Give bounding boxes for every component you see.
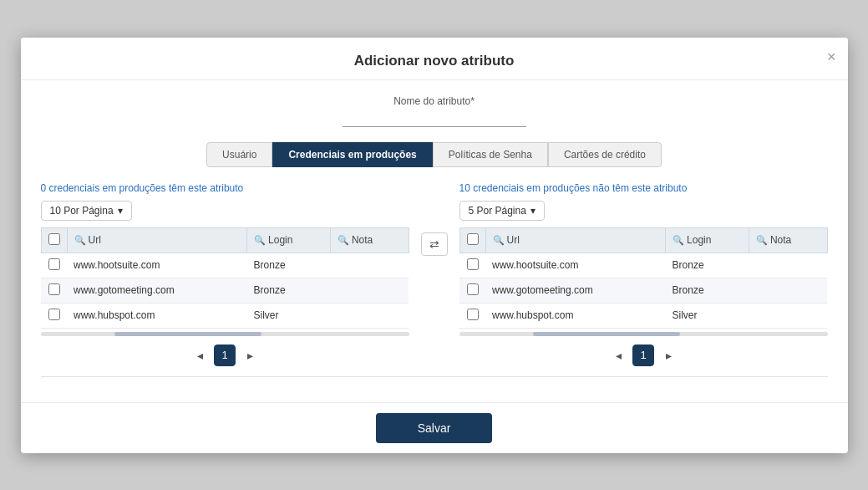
right-row-url-0: www.hootsuite.com — [485, 253, 666, 278]
left-row-nota-1 — [330, 278, 409, 303]
right-row-login-2: Silver — [666, 303, 749, 328]
left-row-login-1: Bronze — [247, 278, 331, 303]
tab-credenciais[interactable]: Credenciais em produções — [272, 142, 432, 167]
right-row-login-1: Bronze — [666, 278, 749, 303]
right-header-url: 🔍 Url — [485, 227, 666, 253]
attribute-name-input[interactable] — [343, 110, 526, 127]
left-header-nota: 🔍 Nota — [330, 227, 409, 253]
right-url-search-icon[interactable]: 🔍 — [493, 235, 505, 246]
right-per-page-label: 5 Por Página — [469, 205, 526, 217]
transfer-button[interactable]: ⇄ — [421, 232, 448, 256]
left-row-nota-2 — [330, 303, 409, 328]
left-row-checkbox-0[interactable] — [48, 258, 60, 270]
chevron-down-icon: ▾ — [118, 205, 123, 217]
transfer-area: ⇄ — [421, 182, 448, 256]
field-label: Nome do atributo* — [41, 95, 828, 107]
left-row-checkbox-1[interactable] — [48, 283, 60, 295]
right-row-checkbox-1[interactable] — [467, 283, 479, 295]
right-table: 🔍 Url 🔍 Login — [459, 227, 828, 329]
modal-body: Nome do atributo* Usuário Credenciais em… — [21, 80, 848, 402]
left-row-checkbox-2[interactable] — [48, 309, 60, 320]
left-panel: 0 credenciais em produções têm este atri… — [41, 182, 409, 366]
modal-title: Adicionar novo atributo — [354, 53, 515, 69]
right-row-checkbox-2[interactable] — [467, 309, 479, 320]
save-button[interactable]: Salvar — [376, 413, 493, 443]
right-header-check — [459, 227, 485, 253]
left-pagination: ◂ 1 ▸ — [41, 345, 409, 366]
left-header-login: 🔍 Login — [247, 227, 331, 253]
left-row-login-2: Silver — [247, 303, 331, 328]
right-panel-info: 10 credenciais em produções não têm este… — [459, 182, 828, 194]
left-row-check-1 — [41, 278, 67, 303]
right-row-checkbox-0[interactable] — [467, 258, 479, 270]
right-row-check-0 — [459, 253, 485, 278]
left-row-url-2: www.hubspot.com — [67, 303, 247, 328]
right-row-check-2 — [459, 303, 485, 328]
table-row: www.gotomeeting.com Bronze — [459, 278, 827, 303]
right-page-1-button[interactable]: 1 — [632, 345, 654, 366]
right-row-url-2: www.hubspot.com — [485, 303, 666, 328]
right-chevron-down-icon: ▾ — [530, 205, 536, 217]
left-row-check-2 — [41, 303, 67, 328]
table-row: www.hubspot.com Silver — [459, 303, 827, 328]
left-row-login-0: Bronze — [247, 253, 331, 278]
right-row-check-1 — [459, 278, 485, 303]
right-header-nota: 🔍 Nota — [749, 227, 827, 253]
left-next-button[interactable]: ▸ — [241, 346, 259, 365]
modal: Adicionar novo atributo × Nome do atribu… — [21, 38, 848, 453]
right-row-login-0: Bronze — [666, 253, 749, 278]
left-header-check — [41, 227, 67, 253]
close-button[interactable]: × — [827, 49, 836, 64]
right-nota-search-icon[interactable]: 🔍 — [756, 235, 768, 246]
field-row: Nome do atributo* — [41, 95, 828, 127]
right-per-page-button[interactable]: 5 Por Página ▾ — [459, 201, 545, 221]
left-row-url-1: www.gotomeeting.com — [67, 278, 247, 303]
table-row: www.hootsuite.com Bronze — [41, 253, 409, 278]
right-prev-button[interactable]: ◂ — [609, 346, 627, 365]
login-search-icon[interactable]: 🔍 — [254, 235, 266, 246]
modal-overlay: Adicionar novo atributo × Nome do atribu… — [0, 0, 868, 490]
nota-search-icon[interactable]: 🔍 — [338, 235, 349, 246]
left-page-1-button[interactable]: 1 — [214, 345, 236, 366]
left-prev-button[interactable]: ◂ — [190, 346, 209, 365]
tabs-row: Usuário Credenciais em produções Polític… — [41, 142, 828, 167]
left-per-page-label: 10 Por Página — [50, 205, 114, 217]
table-row: www.hubspot.com Silver — [41, 303, 409, 328]
right-row-url-1: www.gotomeeting.com — [485, 278, 666, 303]
modal-footer: Salvar — [21, 402, 848, 453]
left-row-url-0: www.hootsuite.com — [67, 253, 247, 278]
right-row-nota-1 — [749, 278, 827, 303]
tab-usuario[interactable]: Usuário — [206, 142, 272, 167]
left-panel-info: 0 credenciais em produções têm este atri… — [41, 182, 409, 194]
right-row-nota-0 — [749, 253, 827, 278]
table-row: www.gotomeeting.com Bronze — [41, 278, 409, 303]
transfer-icon: ⇄ — [429, 237, 439, 251]
left-table: 🔍 Url 🔍 Login — [41, 227, 409, 329]
left-row-nota-0 — [330, 253, 409, 278]
url-search-icon[interactable]: 🔍 — [74, 235, 86, 246]
tab-politicas[interactable]: Políticas de Senha — [433, 142, 548, 167]
modal-header: Adicionar novo atributo × — [21, 38, 848, 80]
right-login-search-icon[interactable]: 🔍 — [673, 235, 684, 246]
left-row-check-0 — [41, 253, 67, 278]
right-row-nota-2 — [749, 303, 827, 328]
right-next-button[interactable]: ▸ — [659, 346, 678, 365]
left-select-all-checkbox[interactable] — [48, 233, 60, 245]
tables-section: 0 credenciais em produções têm este atri… — [41, 182, 828, 366]
left-header-url: 🔍 Url — [67, 227, 247, 253]
left-per-page-button[interactable]: 10 Por Página ▾ — [41, 201, 132, 221]
right-pagination: ◂ 1 ▸ — [459, 345, 828, 366]
right-header-login: 🔍 Login — [666, 227, 749, 253]
tab-cartoes[interactable]: Cartões de crédito — [548, 142, 662, 167]
right-panel: 10 credenciais em produções não têm este… — [459, 182, 828, 366]
table-row: www.hootsuite.com Bronze — [459, 253, 827, 278]
right-select-all-checkbox[interactable] — [467, 233, 479, 245]
divider — [41, 376, 828, 377]
